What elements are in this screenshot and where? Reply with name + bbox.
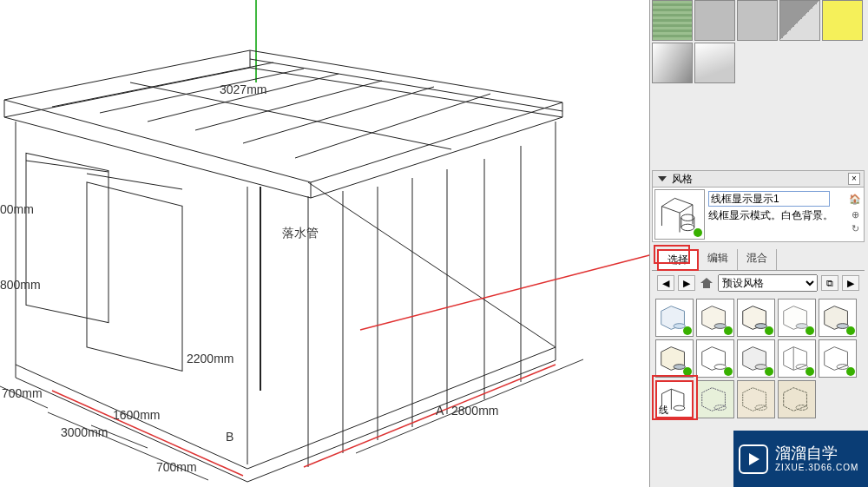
style-thumb-hidden-line[interactable] [696, 339, 734, 378]
dim-left-front: 700mm [2, 386, 43, 400]
badge-icon [846, 326, 855, 335]
3d-viewport[interactable]: 3027mm 落水管 2200mm 00mm 800mm 700mm 3000m… [0, 0, 649, 487]
right-panel: 风格 × 🏠 线框显示模式。白色背景。 ⊕ ↻ [649, 0, 868, 487]
style-thumb-shaded-back[interactable] [819, 299, 857, 337]
svg-point-64 [674, 405, 685, 410]
nav-back-button[interactable]: ◀ [657, 275, 674, 291]
dim-letter-b: B [226, 430, 233, 444]
style-thumb-shaded-xray[interactable] [655, 299, 694, 337]
svg-line-37 [680, 205, 693, 213]
svg-line-7 [148, 74, 339, 122]
style-summary: 🏠 线框显示模式。白色背景。 ⊕ ↻ [652, 188, 865, 242]
style-thumb-wireview[interactable] [819, 339, 857, 378]
badge-icon [846, 367, 855, 376]
svg-point-38 [681, 224, 694, 230]
style-thumb-shaded-tex[interactable] [655, 339, 694, 378]
styles-tab-row: 选择 编辑 混合 [652, 249, 865, 271]
svg-rect-19 [26, 153, 108, 322]
style-thumbnails-grid: 线 [652, 295, 865, 422]
material-swatch-gray-noise[interactable] [694, 0, 735, 41]
badge-icon [724, 326, 733, 335]
refresh-style-icon[interactable]: ↻ [848, 222, 862, 234]
dim-side-top: 00mm [0, 202, 34, 216]
svg-line-12 [130, 82, 451, 149]
tab-mix[interactable]: 混合 [738, 249, 777, 270]
style-thumb-sketchy-2[interactable] [737, 380, 775, 418]
label-downpipe: 落水管 [282, 226, 319, 241]
dim-right-span: 2800mm [451, 404, 498, 418]
material-swatch-gradient-2[interactable] [694, 43, 735, 83]
close-icon[interactable]: × [848, 173, 860, 185]
styles-menu-button[interactable]: ▶ [842, 275, 859, 291]
svg-marker-61 [825, 347, 848, 371]
styles-library-select[interactable]: 预设风格 [718, 274, 818, 292]
style-thumb-mono[interactable] [737, 339, 775, 378]
collapse-icon [658, 176, 667, 181]
style-thumb-shaded-light[interactable] [778, 299, 816, 337]
current-style-preview[interactable] [654, 189, 705, 240]
watermark: 溜溜自学 ZIXUE.3D66.COM [733, 431, 868, 487]
styles-nav-row: ◀ ▶ 预设风格 ⧉ ▶ [652, 271, 865, 295]
badge-icon [765, 367, 773, 376]
home-icon[interactable] [699, 275, 714, 291]
tab-edit[interactable]: 编辑 [699, 249, 738, 270]
refresh-badge-icon [694, 228, 702, 237]
styles-panel: 风格 × 🏠 线框显示模式。白色背景。 ⊕ ↻ [652, 170, 865, 422]
dim-side-mid: 800mm [0, 278, 41, 292]
styles-panel-title: 风格 [672, 172, 693, 187]
material-swatch-green-stripe[interactable] [652, 0, 693, 41]
badge-icon [806, 326, 814, 335]
svg-marker-65 [702, 388, 726, 411]
tab-select[interactable]: 选择 [657, 249, 699, 271]
material-swatch-gradient-1[interactable] [652, 43, 693, 83]
materials-palette [652, 0, 867, 85]
watermark-brand: 溜溜自学 [775, 445, 858, 463]
update-style-icon[interactable]: 🏠 [848, 193, 862, 205]
svg-marker-71 [749, 453, 760, 465]
style-thumb-label: 线 [659, 404, 668, 417]
style-description: 线框显示模式。白色背景。 [708, 208, 833, 223]
dim-roof-width: 3027mm [220, 82, 266, 96]
svg-line-30 [304, 365, 556, 467]
badge-icon [765, 326, 773, 335]
style-thumb-sketchy-3[interactable] [778, 380, 816, 418]
new-style-icon[interactable]: ⊕ [848, 208, 862, 220]
dim-letter-a: A [436, 404, 444, 418]
watermark-url: ZIXUE.3D66.COM [775, 463, 858, 472]
style-thumb-wire-xray[interactable] [778, 339, 816, 378]
style-thumb-sketchy-1[interactable] [696, 380, 734, 418]
svg-rect-20 [87, 182, 182, 371]
style-thumb-shaded[interactable] [696, 299, 734, 337]
dim-front-mid-offset: 700mm [156, 460, 197, 474]
material-swatch-gray-big[interactable] [737, 0, 778, 41]
badge-icon [683, 367, 692, 376]
svg-line-22 [87, 174, 182, 189]
svg-marker-67 [743, 388, 766, 411]
styles-panel-header[interactable]: 风格 × [652, 170, 865, 188]
svg-line-9 [243, 87, 434, 143]
dim-front-small: 1600mm [113, 408, 160, 422]
svg-marker-69 [784, 388, 807, 411]
material-swatch-diagonal[interactable] [779, 0, 820, 41]
badge-icon [683, 326, 692, 335]
dim-door-opening: 2200mm [187, 352, 233, 365]
nav-forward-button[interactable]: ▶ [678, 275, 695, 291]
badge-icon [724, 367, 733, 376]
material-swatch-yellow[interactable] [822, 0, 863, 41]
svg-marker-58 [784, 347, 807, 371]
style-thumb-shaded-edges[interactable] [737, 299, 775, 337]
style-name-input[interactable] [708, 191, 830, 207]
svg-line-10 [295, 94, 490, 158]
badge-icon [806, 367, 814, 376]
play-icon [739, 444, 768, 474]
dim-front-span: 3000mm [61, 425, 108, 439]
style-thumb-wireframe[interactable]: 线 [655, 380, 694, 418]
details-toggle-button[interactable]: ⧉ [821, 275, 838, 291]
